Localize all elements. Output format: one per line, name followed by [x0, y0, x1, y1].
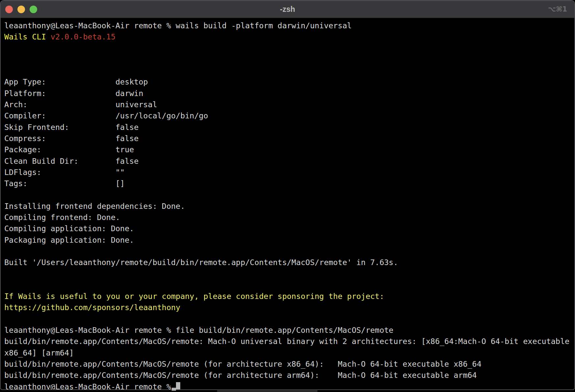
terminal-line [4, 43, 574, 54]
terminal-text-segment: build/bin/remote.app/Contents/MacOS/remo… [4, 371, 477, 380]
terminal-line [4, 280, 574, 291]
terminal-text-segment: x86_64] [arm64] [4, 348, 74, 357]
title-bar[interactable]: -zsh ⌥⌘1 [1, 1, 574, 18]
terminal-text-segment: App Type: desktop [4, 77, 148, 86]
terminal-line: Arch: universal [4, 99, 574, 110]
terminal-text-segment: Clean Build Dir: false [4, 157, 138, 166]
traffic-lights [5, 6, 37, 13]
terminal-line: Tags: [] [4, 178, 574, 189]
terminal-line [4, 268, 574, 280]
terminal-text-segment: Platform: darwin [4, 89, 143, 98]
terminal-text-segment: https://github.com/sponsors/leaanthony [4, 303, 180, 312]
terminal-line: leaanthony@Leas-MacBook-Air remote % fil… [4, 325, 574, 336]
terminal-line: Compress: false [4, 133, 574, 144]
terminal-line [4, 313, 574, 325]
zoom-button[interactable] [30, 6, 37, 13]
terminal-text-segment: Compiler: /usr/local/go/bin/go [4, 111, 208, 120]
terminal-line: leaanthony@Leas-MacBook-Air remote % [4, 381, 574, 390]
terminal-text-segment: Packaging application: Done. [4, 235, 134, 245]
background-window-sliver [217, 390, 317, 392]
terminal-line: x86_64] [arm64] [4, 347, 574, 358]
terminal-output[interactable]: leaanthony@Leas-MacBook-Air remote % wai… [1, 18, 574, 389]
terminal-line: leaanthony@Leas-MacBook-Air remote % wai… [4, 20, 574, 31]
terminal-text-segment: Tags: [] [4, 179, 125, 188]
terminal-line [4, 189, 574, 200]
terminal-text-segment: Compiling frontend: Done. [4, 213, 120, 222]
window-shortcut-badge: ⌥⌘1 [548, 1, 567, 18]
terminal-text-segment: LDFlags: "" [4, 168, 125, 177]
terminal-line: Built '/Users/leaanthony/remote/build/bi… [4, 257, 574, 268]
terminal-text-segment: Arch: universal [4, 100, 157, 109]
close-button[interactable] [5, 6, 13, 13]
terminal-line: App Type: desktop [4, 76, 574, 87]
terminal-line: Platform: darwin [4, 88, 574, 99]
window-title: -zsh [1, 1, 574, 18]
terminal-line: build/bin/remote.app/Contents/MacOS/remo… [4, 336, 574, 347]
terminal-line: Compiler: /usr/local/go/bin/go [4, 110, 574, 121]
terminal-line: Skip Frontend: false [4, 122, 574, 133]
terminal-line: build/bin/remote.app/Contents/MacOS/remo… [4, 358, 574, 370]
terminal-text-segment: leaanthony@Leas-MacBook-Air remote % wai… [4, 21, 352, 30]
terminal-line [4, 65, 574, 76]
terminal-line [4, 246, 574, 257]
terminal-line: Packaging application: Done. [4, 234, 574, 246]
terminal-line: Installing frontend dependencies: Done. [4, 201, 574, 212]
terminal-text-segment: build/bin/remote.app/Contents/MacOS/remo… [4, 337, 569, 346]
terminal-line: Compiling frontend: Done. [4, 212, 574, 223]
terminal-line: Clean Build Dir: false [4, 156, 574, 167]
terminal-line: LDFlags: "" [4, 167, 574, 178]
terminal-text-segment: leaanthony@Leas-MacBook-Air remote % fil… [4, 326, 393, 335]
terminal-line: build/bin/remote.app/Contents/MacOS/remo… [4, 370, 574, 381]
terminal-line: Compiling application: Done. [4, 223, 574, 234]
terminal-line: Wails CLI v2.0.0-beta.15 [4, 31, 574, 42]
terminal-text-segment: Installing frontend dependencies: Done. [4, 202, 185, 211]
terminal-line: If Wails is useful to you or your compan… [4, 291, 574, 302]
terminal-line: Package: true [4, 144, 574, 155]
terminal-text-segment: Built '/Users/leaanthony/remote/build/bi… [4, 258, 398, 267]
minimize-button[interactable] [17, 6, 25, 13]
terminal-text-segment: leaanthony@Leas-MacBook-Air remote % [4, 382, 176, 390]
terminal-text-segment: Wails CLI [4, 32, 51, 41]
background-artifact [172, 388, 176, 391]
terminal-line: https://github.com/sponsors/leaanthony [4, 302, 574, 313]
terminal-line [4, 54, 574, 65]
terminal-text-segment: If Wails is useful to you or your compan… [4, 292, 384, 301]
terminal-text-segment: Package: true [4, 145, 134, 154]
terminal-window: -zsh ⌥⌘1 leaanthony@Leas-MacBook-Air rem… [0, 0, 575, 390]
terminal-text-segment: Compress: false [4, 134, 138, 143]
terminal-text-segment: Compiling application: Done. [4, 224, 134, 233]
terminal-text-segment: Skip Frontend: false [4, 123, 138, 132]
terminal-text-segment: build/bin/remote.app/Contents/MacOS/remo… [4, 359, 481, 369]
terminal-text-segment: v2.0.0-beta.15 [51, 32, 115, 41]
terminal-cursor [176, 382, 180, 390]
